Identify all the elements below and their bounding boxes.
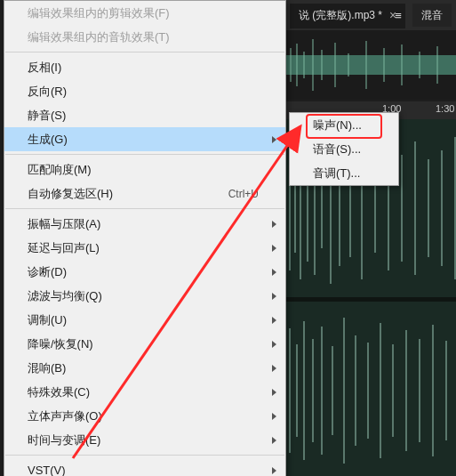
menu-diagnostics[interactable]: 诊断(D) [4,260,285,284]
menu-time-pitch[interactable]: 时间与变调(E) [4,428,285,452]
submenu-arrow-icon [272,437,276,444]
menu-label: 噪声(N)... [313,117,362,133]
menu-noise-restore[interactable]: 降噪/恢复(N) [4,332,285,356]
menu-invert[interactable]: 反相(I) [4,55,285,79]
menu-shortcut: Ctrl+U [228,188,259,200]
menu-label: 自动修复选区(H) [28,186,113,202]
menu-reverse[interactable]: 反向(R) [4,79,285,103]
submenu-arrow-icon [272,413,276,420]
menu-label: 滤波与均衡(Q) [28,288,102,304]
submenu-speech[interactable]: 语音(S)... [290,137,398,161]
submenu-noise[interactable]: 噪声(N)... [290,113,398,137]
submenu-arrow-icon [272,467,276,474]
submenu-arrow-icon [272,221,276,228]
file-tab[interactable]: 说 (完整版).mp3 * × [290,4,405,28]
submenu-tone[interactable]: 音调(T)... [290,161,398,185]
menu-modulation[interactable]: 调制(U) [4,308,285,332]
svg-rect-1 [286,55,456,75]
menu-silence[interactable]: 静音(S) [4,103,285,127]
overview-waveform[interactable] [286,30,456,100]
menu-label: 特殊效果(C) [28,384,90,400]
menu-edit-clip-fx: 编辑效果组内的剪辑效果(F) [4,1,285,25]
menu-label: 匹配响度(M) [28,162,92,178]
menu-label: 混响(B) [28,360,66,376]
menu-label: 振幅与压限(A) [28,216,100,232]
menu-label: 编辑效果组内的音轨效果(T) [28,29,170,45]
menu-label: 立体声声像(O) [28,408,102,424]
menu-label: 音调(T)... [313,165,360,182]
submenu-arrow-icon [272,389,276,396]
menu-label: 语音(S)... [313,141,361,157]
submenu-arrow-icon [272,341,276,348]
menu-label: 静音(S) [28,108,66,124]
submenu-arrow-icon [272,269,276,276]
menu-label: 反相(I) [28,60,61,76]
waveform-graphic [286,30,456,100]
svg-rect-33 [286,302,456,476]
menu-edit-track-fx: 编辑效果组内的音轨效果(T) [4,25,285,49]
menu-separator [5,455,284,456]
menu-vst[interactable]: VST(V) [4,458,285,476]
menu-separator [5,208,284,209]
menu-label: 调制(U) [28,312,67,328]
menu-label: 诊断(D) [28,264,67,280]
menu-reverb[interactable]: 混响(B) [4,356,285,380]
menu-label: 延迟与回声(L) [28,240,100,256]
file-tab-label: 说 (完整版).mp3 * [299,8,382,23]
tab-menu-icon[interactable]: ≡ [389,4,407,27]
submenu-arrow-icon [272,293,276,300]
menu-filter-eq[interactable]: 滤波与均衡(Q) [4,284,285,308]
menu-delay[interactable]: 延迟与回声(L) [4,236,285,260]
menu-match-loudness[interactable]: 匹配响度(M) [4,157,285,182]
menu-label: 生成(G) [28,132,68,148]
submenu-arrow-icon [272,317,276,324]
menu-stereo[interactable]: 立体声声像(O) [4,404,285,428]
menu-auto-heal[interactable]: 自动修复选区(H) Ctrl+U [4,182,285,206]
submenu-arrow-icon [272,365,276,372]
menu-special[interactable]: 特殊效果(C) [4,380,285,404]
submenu-arrow-icon [272,245,276,252]
menu-label: 降噪/恢复(N) [28,336,93,352]
menu-label: VST(V) [28,464,66,476]
menu-generate[interactable]: 生成(G) [4,127,285,151]
generate-submenu: 噪声(N)... 语音(S)... 音调(T)... [289,112,399,186]
menu-amplitude[interactable]: 振幅与压限(A) [4,212,285,236]
menu-separator [5,154,284,155]
time-marker: 1:30 [436,103,454,114]
menu-label: 时间与变调(E) [28,432,100,448]
menu-label: 反向(R) [28,84,67,100]
menu-separator [5,52,284,52]
effects-menu: 编辑效果组内的剪辑效果(F) 编辑效果组内的音轨效果(T) 反相(I) 反向(R… [4,0,286,476]
mixer-tab[interactable]: 混音 [412,4,452,27]
mixer-tab-label: 混音 [421,8,443,23]
menu-label: 编辑效果组内的剪辑效果(F) [28,5,170,21]
submenu-arrow-icon [272,136,276,143]
